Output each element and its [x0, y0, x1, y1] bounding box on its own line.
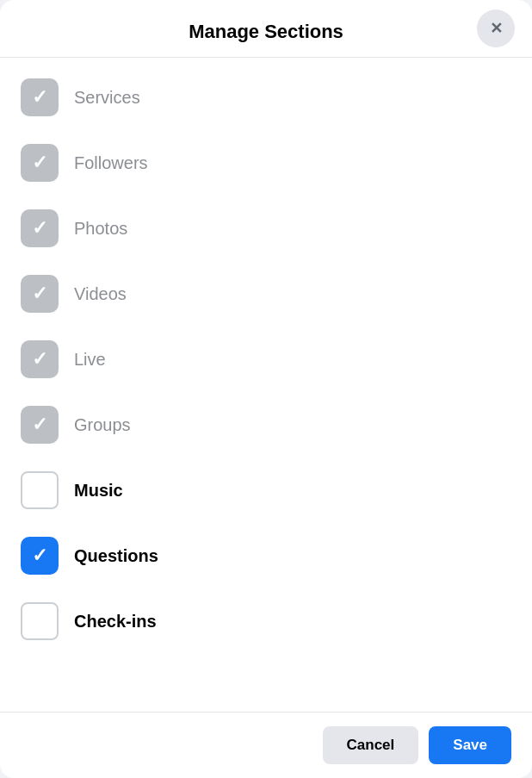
manage-sections-modal: Manage Sections ✕ ✓ Services ✓ Followers… — [0, 0, 532, 778]
checkmark-services: ✓ — [32, 88, 47, 107]
close-button[interactable]: ✕ — [477, 9, 515, 47]
checkmark-photos: ✓ — [32, 219, 47, 238]
checkbox-check-ins — [21, 602, 59, 640]
section-item-music[interactable]: Music — [0, 457, 532, 523]
section-label-groups: Groups — [74, 415, 131, 435]
checkbox-questions: ✓ — [21, 537, 59, 575]
section-label-photos: Photos — [74, 219, 127, 239]
save-button[interactable]: Save — [429, 726, 511, 764]
section-label-questions: Questions — [74, 546, 158, 566]
section-item-questions[interactable]: ✓ Questions — [0, 523, 532, 588]
checkbox-groups: ✓ — [21, 406, 59, 444]
section-label-live: Live — [74, 350, 106, 370]
checkmark-live: ✓ — [32, 350, 47, 369]
section-label-videos: Videos — [74, 284, 127, 304]
checkbox-services: ✓ — [21, 78, 59, 116]
section-item-services[interactable]: ✓ Services — [0, 65, 532, 130]
cancel-button[interactable]: Cancel — [323, 726, 419, 764]
checkbox-live: ✓ — [21, 340, 59, 378]
section-item-photos[interactable]: ✓ Photos — [0, 196, 532, 261]
modal-footer: Cancel Save — [0, 712, 532, 778]
section-label-services: Services — [74, 88, 140, 108]
checkbox-music — [21, 471, 59, 509]
checkbox-followers: ✓ — [21, 144, 59, 182]
section-item-live[interactable]: ✓ Live — [0, 327, 532, 392]
checkmark-followers: ✓ — [32, 153, 47, 172]
modal-header: Manage Sections ✕ — [0, 0, 532, 58]
section-item-followers[interactable]: ✓ Followers — [0, 130, 532, 196]
checkmark-groups: ✓ — [32, 415, 47, 434]
section-label-followers: Followers — [74, 153, 148, 173]
section-item-check-ins[interactable]: Check-ins — [0, 588, 532, 654]
section-label-music: Music — [74, 481, 123, 501]
section-item-videos[interactable]: ✓ Videos — [0, 261, 532, 327]
section-item-groups[interactable]: ✓ Groups — [0, 392, 532, 457]
checkmark-questions: ✓ — [32, 546, 47, 565]
close-icon: ✕ — [490, 19, 503, 38]
checkbox-photos: ✓ — [21, 209, 59, 247]
section-label-check-ins: Check-ins — [74, 612, 157, 632]
modal-body: ✓ Services ✓ Followers ✓ Photos ✓ Videos — [0, 58, 532, 712]
modal-title: Manage Sections — [189, 21, 343, 43]
checkbox-videos: ✓ — [21, 275, 59, 313]
checkmark-videos: ✓ — [32, 284, 47, 303]
